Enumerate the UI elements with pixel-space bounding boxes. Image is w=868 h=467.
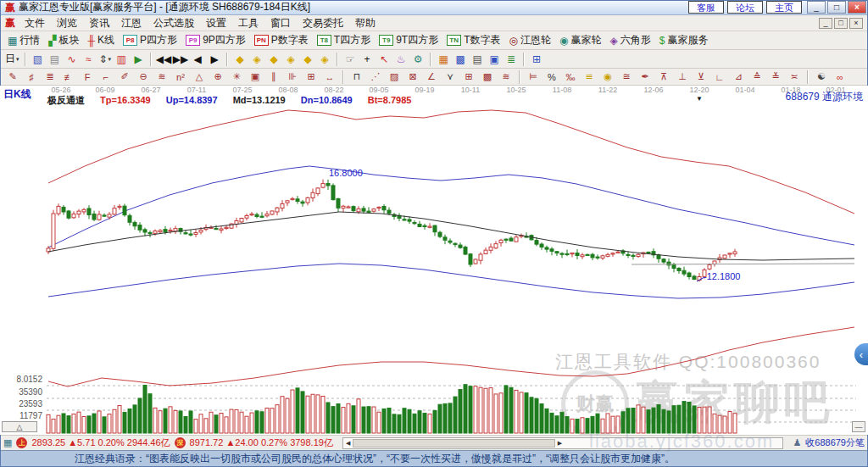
- draw-tool-10-button[interactable]: n²: [171, 70, 190, 84]
- draw-tool-4-button[interactable]: ≢: [59, 70, 78, 84]
- grid-icon[interactable]: ▦: [3, 437, 12, 448]
- draw-play-button[interactable]: ▶: [130, 52, 147, 67]
- draw-tool-18-button[interactable]: ↔: [320, 70, 339, 84]
- p-square-button[interactable]: P8P四方形: [119, 32, 181, 48]
- network-button[interactable]: ≣: [503, 52, 520, 67]
- draw-tool-12-button[interactable]: ⊕: [209, 70, 227, 84]
- diamond-tool-2-button[interactable]: ◈: [248, 52, 265, 67]
- draw-tool-3-button[interactable]: ≣: [41, 70, 59, 84]
- draw-tool-8-button[interactable]: ⊖: [134, 70, 153, 84]
- step-prev-button[interactable]: ◀: [189, 52, 206, 67]
- wave-zigzag-button[interactable]: ≈: [81, 52, 97, 67]
- analysis-tool-13-button[interactable]: ≙: [748, 70, 766, 84]
- draw-tool-14-button[interactable]: ▣: [246, 70, 264, 84]
- analysis-tool-1-button[interactable]: ⊨: [524, 70, 542, 84]
- winner-wheel-button[interactable]: ◉赢家轮: [555, 32, 605, 48]
- yinyang-tool-button[interactable]: ☯: [812, 70, 831, 84]
- sse-index-quote[interactable]: 2893.25 ▲5.71 0.20% 2944.46亿: [31, 436, 170, 449]
- draw-tool-2-button[interactable]: ♯: [22, 70, 41, 84]
- menu-item-help[interactable]: 帮助: [349, 17, 381, 29]
- scroll-left-arrow[interactable]: ◀: [343, 438, 353, 448]
- mark-tool-button[interactable]: ♨: [392, 52, 409, 67]
- 9p-square-button[interactable]: P99P四方形: [181, 32, 250, 48]
- analysis-tool-15-button[interactable]: ≍: [785, 70, 804, 84]
- draw-tool-16-button[interactable]: ⊪: [283, 70, 302, 84]
- t-digit-table-button[interactable]: TNT数字表: [442, 32, 504, 48]
- menu-item-news[interactable]: 资讯: [83, 17, 115, 29]
- t-square-button[interactable]: T8T四方形: [313, 32, 375, 48]
- chart-area[interactable]: 财赢 江恩工具软件 QQ:100800360 赢家聊吧 05-2606-0906…: [0, 86, 868, 435]
- menu-item-browse[interactable]: 浏览: [51, 17, 83, 29]
- menu-item-formula-picker[interactable]: 公式选股: [147, 17, 200, 29]
- minimize-button[interactable]: _: [807, 1, 826, 14]
- menu-item-trade[interactable]: 交易委托: [297, 17, 349, 29]
- analysis-tool-3-button[interactable]: ‰: [561, 70, 580, 84]
- chart-layout-button[interactable]: ▧: [30, 52, 47, 67]
- kline-button[interactable]: ╫K线: [84, 32, 120, 48]
- calendar-button[interactable]: ▦: [435, 52, 452, 67]
- save-button[interactable]: ▣: [486, 52, 503, 67]
- draw-tool-9-button[interactable]: ≋: [153, 70, 171, 84]
- kline-box-button[interactable]: ▥: [113, 52, 130, 67]
- child-minimize-button[interactable]: _: [819, 18, 832, 29]
- tick-view-label[interactable]: 收688679分笔: [805, 436, 865, 449]
- analysis-tool-9-button[interactable]: ⊥: [673, 70, 692, 84]
- calculator-button[interactable]: ▩: [452, 52, 469, 67]
- infinity-tool-button[interactable]: ∞: [831, 70, 849, 84]
- winner-service-button[interactable]: $赢家服务: [655, 32, 713, 48]
- szse-index-quote[interactable]: 8971.72 ▲24.00 0.27% 3798.19亿: [190, 436, 333, 449]
- kline-canvas[interactable]: [0, 86, 868, 435]
- hexagon-button[interactable]: ◈六角形: [606, 32, 655, 48]
- menu-item-tools[interactable]: 工具: [232, 17, 264, 29]
- gann-tool-8-button[interactable]: ▩: [478, 70, 497, 84]
- draw-tool-13-button[interactable]: ✳: [227, 70, 246, 84]
- gann-tool-4-button[interactable]: ⊠: [403, 70, 422, 84]
- gann-tool-9-button[interactable]: ≋: [497, 70, 515, 84]
- horizontal-scrollbar[interactable]: ◀ ▶: [342, 437, 784, 449]
- gann-tool-6-button[interactable]: ⋎: [441, 70, 459, 84]
- analysis-tool-10-button[interactable]: ⊻: [692, 70, 710, 84]
- menu-item-gann[interactable]: 江恩: [115, 17, 147, 29]
- close-button[interactable]: ×: [848, 1, 866, 14]
- draw-tool-6-button[interactable]: ⌐: [97, 70, 115, 84]
- analysis-tool-14-button[interactable]: ≚: [766, 70, 785, 84]
- period-day-button[interactable]: 日▾: [3, 52, 21, 67]
- candle-style-button[interactable]: ⇕▾: [97, 52, 114, 67]
- sectors-button[interactable]: ▞板块: [44, 32, 83, 48]
- draw-tool-5-button[interactable]: F: [78, 70, 97, 84]
- analysis-tool-11-button[interactable]: ∟: [710, 70, 729, 84]
- analysis-tool-6-button[interactable]: ≊: [617, 70, 636, 84]
- clipboard-button[interactable]: ▤: [47, 52, 64, 67]
- gear-tool-button[interactable]: ⚙: [409, 52, 426, 67]
- cursor-tool-button[interactable]: ↖: [376, 52, 392, 67]
- gann-tool-7-button[interactable]: ⊞: [459, 70, 478, 84]
- menu-item-settings[interactable]: 设置: [200, 17, 232, 29]
- menu-item-file[interactable]: 文件: [19, 17, 51, 29]
- scroll-right-arrow[interactable]: ▶: [555, 438, 565, 448]
- diamond-tool-6-button[interactable]: ◈: [316, 52, 333, 67]
- child-restore-button[interactable]: □: [834, 18, 848, 29]
- draw-tool-1-button[interactable]: ✎: [3, 70, 22, 84]
- diamond-tool-5-button[interactable]: ◆: [299, 52, 316, 67]
- draw-tool-11-button[interactable]: △: [190, 70, 209, 84]
- quotes-button[interactable]: ▦行情: [3, 32, 44, 48]
- gann-tool-5-button[interactable]: ∠: [422, 70, 441, 84]
- gann-wheel-button[interactable]: ◎江恩轮: [505, 32, 555, 48]
- crosshair-tool-button[interactable]: +: [359, 52, 376, 67]
- pane-collapse-button[interactable]: —: [852, 421, 865, 432]
- gann-tool-3-button[interactable]: ▨: [385, 70, 403, 84]
- child-close-button[interactable]: ×: [849, 18, 863, 29]
- titlebar-button-forum[interactable]: 论坛: [727, 1, 763, 14]
- draw-tool-7-button[interactable]: ✐: [115, 70, 134, 84]
- analysis-tool-4-button[interactable]: ≌: [580, 70, 598, 84]
- analysis-tool-5-button[interactable]: ◉: [598, 70, 617, 84]
- order-transfer-button[interactable]: ⊞: [528, 52, 545, 67]
- diamond-tool-3-button[interactable]: ◆: [265, 52, 282, 67]
- draw-tool-17-button[interactable]: ⊞: [302, 70, 320, 84]
- gann-tool-2-button[interactable]: ⋰: [366, 70, 385, 84]
- titlebar-button-service[interactable]: 客服: [688, 1, 724, 14]
- analysis-tool-8-button[interactable]: ⊼: [654, 70, 673, 84]
- diamond-tool-4-button[interactable]: ◈: [282, 52, 299, 67]
- titlebar-button-home[interactable]: 主页: [766, 1, 802, 14]
- 9t-square-button[interactable]: T99T四方形: [375, 32, 442, 48]
